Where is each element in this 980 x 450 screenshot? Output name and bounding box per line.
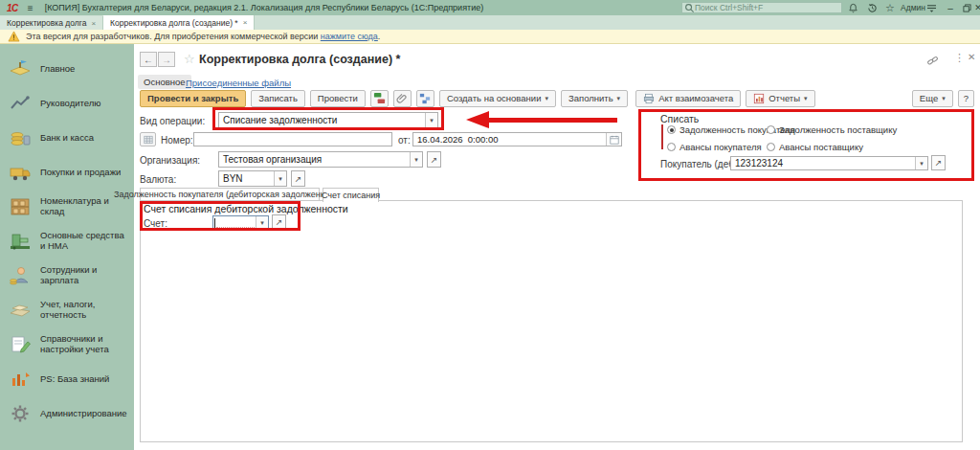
account-input[interactable]: ▾: [212, 215, 269, 230]
debtor-select[interactable]: 123123124 ▾: [730, 156, 928, 170]
post-button[interactable]: Провести: [310, 90, 366, 107]
service-menu-icon[interactable]: [924, 1, 938, 14]
organization-open-button[interactable]: ↗: [427, 151, 441, 168]
organization-select[interactable]: Тестовая организация ▾: [218, 151, 423, 168]
minimize-button[interactable]: –: [944, 1, 957, 14]
back-button[interactable]: ←: [140, 52, 157, 67]
close-window-button[interactable]: ✕: [971, 1, 980, 14]
sidebar-item-label: Учет, налоги, отчетность: [40, 300, 128, 321]
forward-button[interactable]: →: [158, 52, 175, 67]
writeoff-group-title: Списать: [660, 113, 699, 124]
main-menu-icon[interactable]: ≡: [28, 3, 33, 13]
sidebar-item-sotrudniki-zarplata[interactable]: Сотрудники и зарплата: [0, 259, 134, 293]
button-label: Еще: [920, 93, 938, 103]
more-button[interactable]: Еще▾: [912, 90, 953, 107]
create-based-on-button[interactable]: Создать на основании▾: [439, 90, 556, 107]
warning-icon: [8, 31, 20, 42]
sidebar-item-bank-kassa[interactable]: Банк и касса: [0, 121, 134, 155]
date-value: 16.04.2026 0:00:00: [413, 133, 606, 146]
truck-icon: [9, 162, 32, 183]
sidebar-item-rukovoditelyu[interactable]: Руководителю: [0, 86, 134, 121]
favorite-star-icon[interactable]: ☆: [184, 52, 195, 66]
history-icon[interactable]: [865, 1, 879, 14]
number-settings-button[interactable]: [140, 132, 156, 146]
warehouse-shelf-icon: [9, 196, 32, 217]
reports-button[interactable]: Отчеты▾: [746, 90, 814, 107]
attached-files-button[interactable]: [393, 90, 412, 107]
chevron-down-icon[interactable]: ▾: [915, 157, 927, 169]
radio-supplier-advances[interactable]: Авансы поставщику: [767, 142, 863, 152]
sidebar-item-uchet-nalogi[interactable]: Учет, налоги, отчетность: [0, 293, 134, 327]
date-from-label: от:: [398, 135, 411, 146]
button-label: Записать: [258, 93, 298, 103]
number-value: [194, 133, 391, 146]
sidebar-item-ps-baza-znaniy[interactable]: PS: База знаний: [0, 362, 134, 396]
sidebar-item-label: Сотрудники и зарплата: [40, 265, 128, 286]
chevron-down-icon: ▾: [617, 95, 621, 102]
chevron-down-icon[interactable]: ▾: [410, 152, 422, 167]
offset-act-button[interactable]: Акт взаимозачета: [635, 90, 741, 107]
current-user[interactable]: Админ: [901, 3, 925, 12]
debtor-value: 123123124: [731, 157, 915, 169]
account-open-button[interactable]: ↗: [272, 214, 286, 230]
form-close-icon[interactable]: ✕: [968, 52, 975, 62]
fill-button[interactable]: Заполнить▾: [561, 90, 628, 107]
developer-version-warning: Эта версия для разработчиков. Для приобр…: [0, 30, 980, 44]
tab-close-icon[interactable]: ×: [91, 19, 96, 28]
chevron-down-icon[interactable]: ▾: [274, 171, 286, 186]
ledger-book-icon: [9, 300, 32, 321]
chevron-down-icon[interactable]: ▾: [256, 216, 268, 229]
window-tab-korrektirovka[interactable]: Корректировка долга ×: [0, 16, 103, 30]
button-label: Создать на основании: [447, 93, 542, 103]
text-caret: [214, 218, 215, 228]
tab-label: Задолженность покупателя (дебиторская за…: [114, 190, 345, 199]
search-input[interactable]: [695, 3, 838, 12]
window-tab-korrektirovka-sozdanie[interactable]: Корректировка долга (создание) * ×: [103, 15, 255, 30]
date-input[interactable]: 16.04.2026 0:00:00: [412, 132, 622, 146]
subordination-structure-button[interactable]: [416, 90, 434, 107]
help-button[interactable]: ?: [958, 90, 974, 107]
radio-supplier-debt[interactable]: Задолженность поставщику: [767, 124, 897, 135]
notifications-bell-icon[interactable]: [846, 1, 859, 14]
get-link-icon[interactable]: [926, 54, 939, 71]
form-more-icon[interactable]: ⋮: [954, 52, 965, 64]
sidebar-item-spravochniki[interactable]: Справочники и настройки учета: [0, 327, 134, 362]
number-input[interactable]: [193, 132, 392, 146]
operation-type-select[interactable]: Списание задолженности ▾: [218, 112, 438, 128]
tab-writeoff-account[interactable]: Счет списания: [323, 188, 379, 202]
report-chart-icon: [753, 93, 765, 104]
post-and-close-button[interactable]: Провести и закрыть: [140, 90, 246, 107]
sidebar-item-administrirovanie[interactable]: Администрирование: [0, 396, 134, 431]
window-tab-label: Корректировка долга: [7, 18, 86, 28]
sidebar-item-glavnoe[interactable]: Главное: [0, 52, 134, 86]
machine-icon: [9, 231, 32, 252]
sidebar-item-pokupki-prodazhi[interactable]: Покупки и продажи: [0, 155, 134, 190]
tab-customer-debt[interactable]: Задолженность покупателя (дебиторская за…: [140, 188, 320, 201]
button-label: Акт взаимозачета: [658, 93, 733, 103]
radio-customer-advances[interactable]: Авансы покупателя: [667, 142, 762, 152]
chevron-down-icon[interactable]: ▾: [425, 113, 437, 127]
favorites-star-icon[interactable]: ☆: [883, 1, 897, 14]
buy-commercial-link[interactable]: нажмите сюда: [321, 32, 378, 41]
warning-text: Эта версия для разработчиков. Для приобр…: [26, 32, 318, 41]
calendar-picker-button[interactable]: [606, 133, 621, 146]
nav-attached-files[interactable]: Присоединенные файлы: [186, 78, 291, 88]
show-postings-button[interactable]: [370, 90, 389, 107]
required-underline: [216, 217, 255, 228]
button-label: Провести: [318, 93, 358, 103]
radio-label: Авансы поставщику: [779, 142, 863, 152]
global-search[interactable]: [681, 2, 842, 13]
debtor-open-button[interactable]: ↗: [931, 155, 946, 170]
button-label: ?: [964, 93, 969, 103]
currency-open-button[interactable]: ↗: [291, 170, 305, 187]
currency-select[interactable]: BYN ▾: [218, 170, 287, 187]
window-tab-bar: Корректировка долга × Корректировка долг…: [0, 15, 980, 30]
tab-close-icon[interactable]: ×: [243, 18, 248, 27]
structure-icon: [419, 93, 431, 104]
sidebar-item-label: PS: База знаний: [40, 374, 109, 385]
app-title: [КОПИЯ] Бухгалтерия для Беларуси, редакц…: [45, 3, 484, 12]
sidebar-item-os-nma[interactable]: Основные средства и НМА: [0, 224, 134, 259]
nav-main[interactable]: Основное: [138, 75, 191, 89]
write-button[interactable]: Записать: [251, 90, 305, 107]
chevron-down-icon: ▾: [545, 95, 548, 102]
